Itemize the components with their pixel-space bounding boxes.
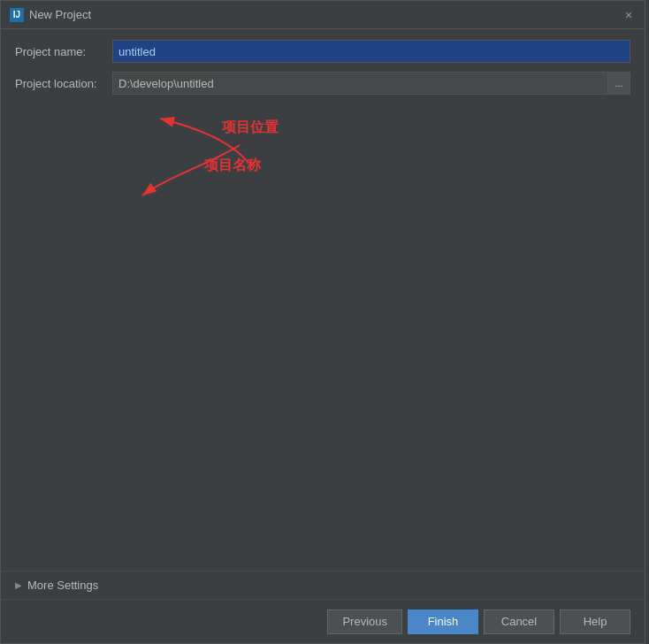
close-button[interactable]: × xyxy=(622,8,636,22)
new-project-dialog: IJ New Project × Project name: Project l… xyxy=(0,0,645,644)
location-arrow xyxy=(98,132,293,203)
app-icon: IJ xyxy=(10,8,24,22)
project-name-input[interactable] xyxy=(112,40,630,63)
browse-button[interactable]: ... xyxy=(607,72,630,95)
project-location-label: Project location: xyxy=(15,77,112,90)
dialog-overlay: IJ New Project × Project name: Project l… xyxy=(0,0,649,644)
title-bar-left: IJ New Project xyxy=(10,8,91,22)
project-location-input[interactable] xyxy=(112,72,607,95)
annotation-area: 项目名称 项目位置 xyxy=(1,114,645,203)
form-area: Project name: Project location: ... xyxy=(1,29,645,114)
content-area xyxy=(1,203,645,571)
dialog-title: New Project xyxy=(29,8,91,21)
project-name-row: Project name: xyxy=(15,40,630,63)
cancel-button[interactable]: Cancel xyxy=(484,610,554,634)
more-settings-label: More Settings xyxy=(27,579,98,592)
help-button[interactable]: Help xyxy=(560,610,630,634)
more-settings-arrow-icon: ▶ xyxy=(15,580,22,590)
location-annotation: 项目位置 xyxy=(222,119,279,137)
previous-button[interactable]: Previous xyxy=(327,610,402,634)
project-name-label: Project name: xyxy=(15,45,112,58)
more-settings-row[interactable]: ▶ More Settings xyxy=(1,571,645,599)
finish-button[interactable]: Finish xyxy=(408,610,478,634)
title-bar: IJ New Project × xyxy=(1,1,645,29)
button-bar: Previous Finish Cancel Help xyxy=(1,599,645,643)
location-input-group: ... xyxy=(112,72,630,95)
project-location-row: Project location: ... xyxy=(15,72,630,95)
